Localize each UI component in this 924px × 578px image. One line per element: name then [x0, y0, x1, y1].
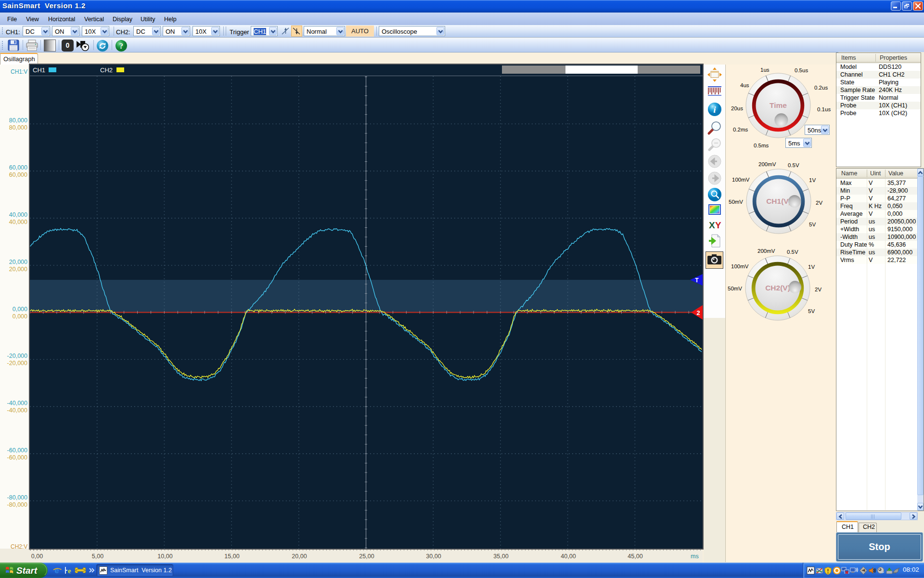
svg-text:Start: Start [16, 565, 38, 576]
svg-text:CH1: CH1 [33, 66, 45, 74]
svg-text:T: T [695, 277, 699, 284]
svg-text:e: e [55, 566, 59, 575]
svg-text:CH1(V): CH1(V) [766, 197, 791, 205]
svg-text:X: X [709, 220, 715, 230]
svg-text:CH2(V): CH2(V) [765, 284, 790, 292]
svg-text:CH2: CH2 [100, 66, 113, 74]
svg-text:?: ? [119, 42, 123, 50]
svg-text:Time: Time [770, 101, 787, 109]
svg-text:Y: Y [715, 220, 721, 230]
svg-text:i: i [713, 105, 716, 115]
svg-text:e: e [68, 567, 71, 575]
svg-text:2: 2 [696, 309, 700, 316]
